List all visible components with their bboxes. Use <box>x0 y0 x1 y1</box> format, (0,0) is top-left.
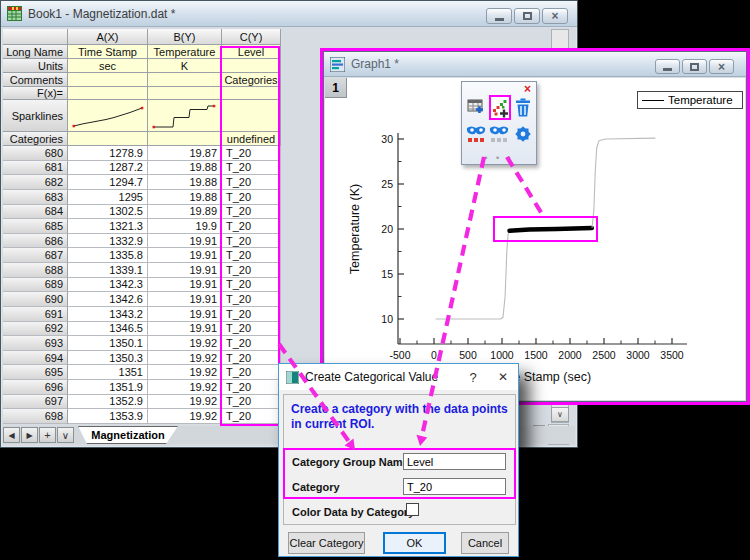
temperature-cell[interactable]: 19.92 <box>148 365 222 380</box>
row-number-cell[interactable]: 690 <box>3 292 68 307</box>
row-number-cell[interactable]: 693 <box>3 336 68 351</box>
delete-points-button[interactable] <box>512 95 534 120</box>
row-number-cell[interactable]: 683 <box>3 190 68 205</box>
row-label-comments[interactable]: Comments <box>3 73 68 87</box>
temperature-cell[interactable]: 19.9 <box>148 219 222 234</box>
row-label-fx[interactable]: F(x)= <box>3 87 68 100</box>
level-cell[interactable]: T_20 <box>222 409 281 424</box>
row-number-cell[interactable]: 681 <box>3 161 68 176</box>
row-number-cell[interactable]: 686 <box>3 234 68 249</box>
long-name-a[interactable]: Time Stamp <box>68 45 148 59</box>
time-stamp-cell[interactable]: 1342.6 <box>68 292 148 307</box>
level-cell[interactable]: T_20 <box>222 307 281 322</box>
row-number-cell[interactable]: 696 <box>3 380 68 395</box>
temperature-cell[interactable]: 19.91 <box>148 322 222 337</box>
row-number-cell[interactable]: 697 <box>3 395 68 410</box>
level-cell[interactable]: T_20 <box>222 322 281 337</box>
row-number-cell[interactable]: 684 <box>3 205 68 220</box>
temperature-cell[interactable]: 19.92 <box>148 380 222 395</box>
dialog-titlebar[interactable]: Create Categorical Value ? ✕ <box>279 364 518 390</box>
level-cell[interactable]: T_20 <box>222 395 281 410</box>
time-stamp-cell[interactable]: 1335.8 <box>68 248 148 263</box>
row-number-cell[interactable]: 694 <box>3 351 68 366</box>
level-cell[interactable]: T_20 <box>222 205 281 220</box>
graph-titlebar[interactable]: Graph1 * × <box>324 52 746 77</box>
create-categorical-value-button[interactable] <box>489 95 511 120</box>
time-stamp-cell[interactable]: 1287.2 <box>68 161 148 176</box>
level-cell[interactable]: T_20 <box>222 146 281 161</box>
row-number-cell[interactable]: 680 <box>3 146 68 161</box>
legend[interactable]: Temperature <box>637 91 743 109</box>
row-number-cell[interactable]: 688 <box>3 263 68 278</box>
roi-rectangle[interactable] <box>493 216 598 242</box>
level-cell[interactable]: T_20 <box>222 351 281 366</box>
level-cell[interactable]: T_20 <box>222 380 281 395</box>
row-number-cell[interactable]: 692 <box>3 322 68 337</box>
level-cell[interactable]: T_20 <box>222 263 281 278</box>
cancel-button[interactable]: Cancel <box>461 532 509 554</box>
column-header-b[interactable]: B(Y) <box>148 29 222 45</box>
time-stamp-cell[interactable]: 1351.9 <box>68 380 148 395</box>
row-number-cell[interactable]: 682 <box>3 175 68 190</box>
ok-button[interactable]: OK <box>383 532 446 554</box>
time-stamp-cell[interactable]: 1350.1 <box>68 336 148 351</box>
level-cell[interactable]: T_20 <box>222 175 281 190</box>
temperature-cell[interactable]: 19.91 <box>148 234 222 249</box>
row-number-cell[interactable]: 698 <box>3 409 68 424</box>
fx-c[interactable] <box>222 87 281 100</box>
time-stamp-cell[interactable]: 1343.2 <box>68 307 148 322</box>
temperature-cell[interactable]: 19.88 <box>148 175 222 190</box>
categories-c[interactable]: undefined <box>222 132 281 146</box>
time-stamp-cell[interactable]: 1353.9 <box>68 409 148 424</box>
temperature-cell[interactable]: 19.91 <box>148 307 222 322</box>
temperature-cell[interactable]: 19.91 <box>148 263 222 278</box>
long-name-b[interactable]: Temperature <box>148 45 222 59</box>
color-data-by-category-checkbox[interactable] <box>406 503 419 516</box>
temperature-cell[interactable]: 19.92 <box>148 409 222 424</box>
sheet-list-button[interactable]: ∨ <box>57 427 74 443</box>
sparkline-c[interactable] <box>222 100 281 132</box>
row-label-categories[interactable]: Categories <box>3 132 68 146</box>
column-header-a[interactable]: A(X) <box>68 29 148 45</box>
time-stamp-cell[interactable]: 1351 <box>68 365 148 380</box>
units-b[interactable]: K <box>148 59 222 73</box>
level-cell[interactable]: T_20 <box>222 248 281 263</box>
mini-toolbar-close-button[interactable]: × <box>524 82 531 96</box>
temperature-cell[interactable]: 19.88 <box>148 190 222 205</box>
sheet-tab-magnetization[interactable]: Magnetization <box>78 426 178 444</box>
temperature-cell[interactable]: 19.87 <box>148 146 222 161</box>
tab-nav-next-button[interactable]: ▶ <box>21 427 38 443</box>
row-number-cell[interactable]: 687 <box>3 248 68 263</box>
level-cell[interactable]: T_20 <box>222 365 281 380</box>
time-stamp-cell[interactable]: 1350.3 <box>68 351 148 366</box>
worksheet-titlebar[interactable]: Book1 - Magnetization.dat * × <box>1 1 577 27</box>
graph-minimize-button[interactable] <box>655 59 680 74</box>
toolbar-more-dots[interactable]: • • • <box>462 153 536 163</box>
add-sheet-button[interactable]: + <box>39 427 56 443</box>
page-number-button[interactable]: 1 <box>325 78 347 98</box>
time-stamp-cell[interactable]: 1332.9 <box>68 234 148 249</box>
level-cell[interactable]: T_20 <box>222 234 281 249</box>
add-to-worksheet-button[interactable] <box>466 95 488 120</box>
level-cell[interactable]: T_20 <box>222 336 281 351</box>
time-stamp-cell[interactable]: 1339.1 <box>68 263 148 278</box>
level-cell[interactable]: T_20 <box>222 219 281 234</box>
graph-close-button[interactable]: × <box>709 59 734 74</box>
row-number-cell[interactable]: 689 <box>3 278 68 293</box>
level-cell[interactable]: T_20 <box>222 190 281 205</box>
time-stamp-cell[interactable]: 1346.5 <box>68 322 148 337</box>
long-name-c[interactable]: Level <box>222 45 281 59</box>
temperature-cell[interactable]: 19.91 <box>148 292 222 307</box>
corner-cell[interactable] <box>3 29 68 45</box>
sparkline-a[interactable] <box>68 100 148 132</box>
time-stamp-cell[interactable]: 1278.9 <box>68 146 148 161</box>
unmask-points-button[interactable] <box>489 121 511 146</box>
row-label-units[interactable]: Units <box>3 59 68 73</box>
row-label-long-name[interactable]: Long Name <box>3 45 68 59</box>
minimize-button[interactable] <box>486 8 512 24</box>
row-number-cell[interactable]: 685 <box>3 219 68 234</box>
time-stamp-cell[interactable]: 1342.3 <box>68 278 148 293</box>
categories-b[interactable] <box>148 132 222 146</box>
fx-a[interactable] <box>68 87 148 100</box>
dialog-close-button[interactable]: ✕ <box>488 364 518 390</box>
